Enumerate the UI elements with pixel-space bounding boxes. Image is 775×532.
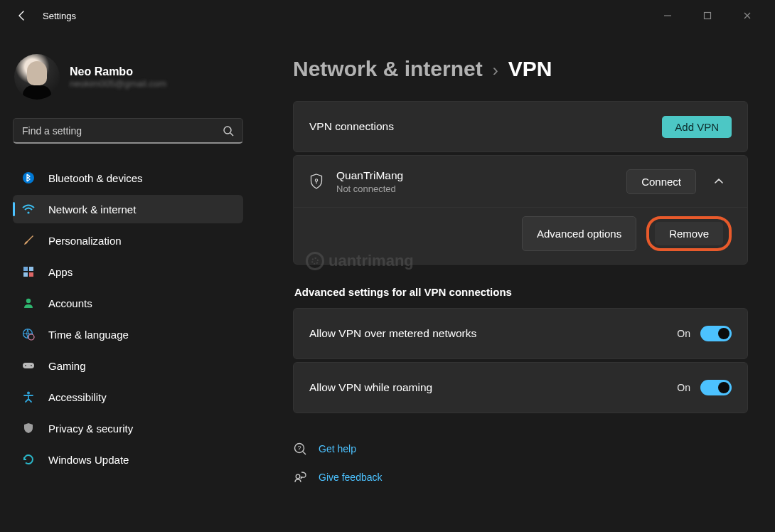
advanced-options-button[interactable]: Advanced options xyxy=(522,216,636,251)
get-help-link[interactable]: Get help xyxy=(319,443,356,454)
avatar xyxy=(14,54,60,100)
brush-icon xyxy=(21,233,36,248)
help-icon: ? xyxy=(293,442,307,456)
svg-point-21 xyxy=(296,474,300,479)
breadcrumb-parent[interactable]: Network & internet xyxy=(293,57,483,81)
sidebar-item-label: Network & internet xyxy=(48,203,136,216)
search-input[interactable] xyxy=(22,125,223,137)
maximize-button[interactable] xyxy=(693,5,722,26)
setting-metered-card: Allow VPN over metered networks On xyxy=(293,308,748,359)
svg-rect-8 xyxy=(23,272,28,277)
bluetooth-icon xyxy=(21,171,36,185)
vpn-item-card: QuanTriMang Not connected Connect Advanc… xyxy=(293,155,748,265)
connect-button[interactable]: Connect xyxy=(626,169,696,194)
sidebar-item-apps[interactable]: Apps xyxy=(13,257,243,286)
gamepad-icon xyxy=(21,358,36,373)
main-content: Network & internet › VPN VPN connections… xyxy=(256,31,775,532)
update-icon xyxy=(21,452,36,467)
sidebar-item-time-language[interactable]: Time & language xyxy=(13,320,243,349)
setting-roaming-state: On xyxy=(677,382,690,393)
feedback-icon xyxy=(293,470,307,484)
setting-metered-state: On xyxy=(677,328,690,339)
setting-metered-toggle[interactable] xyxy=(700,326,732,341)
titlebar: Settings xyxy=(0,0,775,31)
sidebar-item-privacy[interactable]: Privacy & security xyxy=(13,414,243,442)
setting-metered-label: Allow VPN over metered networks xyxy=(309,327,476,340)
sidebar-item-network[interactable]: Network & internet xyxy=(13,195,243,223)
page-title: VPN xyxy=(508,57,552,81)
sidebar-item-accounts[interactable]: Accounts xyxy=(13,289,243,317)
sidebar-item-label: Accounts xyxy=(48,297,92,309)
collapse-button[interactable] xyxy=(706,169,732,194)
sidebar-item-windows-update[interactable]: Windows Update xyxy=(13,445,243,474)
search-icon xyxy=(223,125,234,137)
svg-point-17 xyxy=(315,179,317,181)
shield-icon xyxy=(21,421,36,435)
profile-block[interactable]: Neo Rambo neokim005@gmail.com xyxy=(14,54,242,100)
svg-point-14 xyxy=(25,365,26,366)
remove-button[interactable]: Remove xyxy=(655,222,723,245)
svg-rect-13 xyxy=(23,363,34,368)
setting-roaming-toggle[interactable] xyxy=(700,380,732,395)
chevron-right-icon: › xyxy=(493,60,498,80)
setting-roaming-card: Allow VPN while roaming On xyxy=(293,362,748,413)
svg-rect-1 xyxy=(705,13,711,19)
svg-rect-6 xyxy=(23,267,28,271)
get-help-row[interactable]: ? Get help xyxy=(293,435,748,463)
vpn-item-name: QuanTriMang xyxy=(336,169,403,182)
vpn-connections-label: VPN connections xyxy=(309,120,394,133)
back-button[interactable] xyxy=(16,9,28,22)
search-box[interactable] xyxy=(13,118,243,144)
accessibility-icon xyxy=(21,390,36,404)
sidebar-item-label: Privacy & security xyxy=(48,422,133,435)
sidebar-nav: Bluetooth & devices Network & internet P… xyxy=(13,164,243,474)
shield-outline-icon xyxy=(309,174,324,188)
sidebar: Neo Rambo neokim005@gmail.com Bluetooth … xyxy=(0,31,256,532)
sidebar-item-label: Windows Update xyxy=(48,454,129,466)
svg-line-3 xyxy=(230,133,233,136)
profile-email: neokim005@gmail.com xyxy=(70,78,166,89)
window-title: Settings xyxy=(43,11,76,21)
add-vpn-button[interactable]: Add VPN xyxy=(662,116,732,138)
svg-point-12 xyxy=(28,334,34,340)
vpn-item-status: Not connected xyxy=(336,183,403,194)
breadcrumb: Network & internet › VPN xyxy=(293,57,748,81)
svg-point-5 xyxy=(27,211,29,213)
svg-rect-7 xyxy=(29,267,33,271)
sidebar-item-label: Apps xyxy=(48,266,73,278)
sidebar-item-bluetooth[interactable]: Bluetooth & devices xyxy=(13,164,243,192)
sidebar-item-label: Gaming xyxy=(48,360,86,372)
svg-rect-9 xyxy=(29,272,33,277)
minimize-button[interactable] xyxy=(653,5,683,26)
sidebar-item-label: Personalization xyxy=(48,235,122,247)
give-feedback-link[interactable]: Give feedback xyxy=(319,472,383,483)
setting-roaming-label: Allow VPN while roaming xyxy=(309,381,432,394)
apps-icon xyxy=(21,265,36,279)
svg-point-15 xyxy=(31,365,32,366)
advanced-settings-heading: Advanced settings for all VPN connection… xyxy=(294,286,748,298)
sidebar-item-label: Accessibility xyxy=(48,391,107,403)
sidebar-item-personalization[interactable]: Personalization xyxy=(13,226,243,255)
globe-clock-icon xyxy=(21,327,36,341)
svg-point-2 xyxy=(224,127,231,134)
sidebar-item-accessibility[interactable]: Accessibility xyxy=(13,383,243,411)
give-feedback-row[interactable]: Give feedback xyxy=(293,463,748,491)
svg-point-10 xyxy=(26,299,31,303)
sidebar-item-label: Time & language xyxy=(48,329,129,341)
close-button[interactable] xyxy=(732,5,762,26)
svg-text:?: ? xyxy=(297,445,301,452)
wifi-icon xyxy=(21,202,36,216)
profile-name: Neo Rambo xyxy=(70,65,166,78)
person-icon xyxy=(21,296,36,310)
vpn-connections-card: VPN connections Add VPN xyxy=(293,101,748,152)
remove-highlight-annotation: Remove xyxy=(646,216,732,251)
svg-point-16 xyxy=(27,392,30,395)
sidebar-item-label: Bluetooth & devices xyxy=(48,172,143,184)
sidebar-item-gaming[interactable]: Gaming xyxy=(13,351,243,380)
